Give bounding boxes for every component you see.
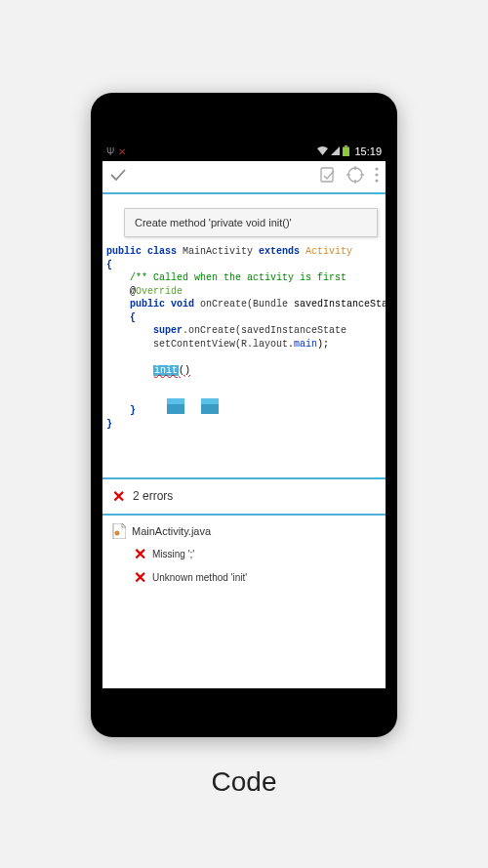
- phone-frame: Ψ ✕ 15:19: [91, 93, 397, 737]
- svg-point-15: [115, 530, 120, 535]
- code-token: [106, 365, 153, 376]
- code-token: setContentView(R.: [106, 339, 253, 350]
- svg-point-9: [375, 173, 378, 176]
- selection-handles: [143, 375, 382, 404]
- svg-point-8: [375, 167, 378, 170]
- selection-handle-right[interactable]: [178, 375, 195, 400]
- edit-check-icon[interactable]: [319, 166, 337, 187]
- code-token: }: [106, 419, 112, 430]
- status-bar: Ψ ✕ 15:19: [102, 142, 386, 161]
- wifi-icon: [317, 146, 328, 157]
- svg-point-3: [348, 168, 362, 182]
- error-file-name: MainActivity.java: [132, 525, 211, 537]
- code-token: onCreate(: [194, 299, 253, 310]
- code-token: public: [106, 246, 142, 257]
- svg-point-10: [375, 179, 378, 182]
- code-token: }: [106, 405, 136, 416]
- toolbar-left: [108, 165, 128, 189]
- target-icon[interactable]: [346, 166, 364, 187]
- code-token: @: [106, 286, 136, 297]
- error-item[interactable]: ✕ Missing ';': [134, 545, 376, 563]
- toolbar: [102, 161, 386, 194]
- code-token: layout: [253, 339, 288, 350]
- svg-rect-1: [343, 146, 349, 156]
- code-token: main: [294, 339, 317, 350]
- code-token: extends: [253, 246, 300, 257]
- code-token: void: [165, 299, 194, 310]
- code-token: MainActivity: [177, 246, 253, 257]
- errors-header[interactable]: ✕ 2 errors: [102, 479, 386, 516]
- signal-icon: [331, 146, 340, 157]
- code-token: {: [106, 260, 112, 270]
- overflow-menu-icon[interactable]: [374, 166, 380, 187]
- selection-handle-left[interactable]: [143, 375, 161, 400]
- code-token: Activity: [300, 246, 352, 257]
- svg-rect-14: [201, 398, 219, 404]
- close-status-icon: ✕: [118, 146, 126, 157]
- error-message: Unknown method 'init': [152, 572, 247, 583]
- code-token: (): [179, 365, 190, 376]
- error-x-icon: ✕: [112, 487, 125, 506]
- error-file-row[interactable]: MainActivity.java: [112, 523, 376, 539]
- battery-icon: [343, 145, 349, 158]
- code-token: super: [106, 325, 183, 336]
- code-token: savedInstanceState: [288, 299, 386, 310]
- code-token: /** Called when the activity is first: [106, 272, 346, 283]
- selected-text[interactable]: init: [153, 365, 179, 376]
- errors-panel: MainActivity.java ✕ Missing ';' ✕ Unknow…: [102, 516, 386, 599]
- clock: 15:19: [354, 145, 382, 157]
- svg-rect-0: [345, 145, 347, 147]
- quickfix-suggestion[interactable]: Create method 'private void init()': [124, 208, 378, 237]
- error-message: Missing ';': [152, 549, 194, 559]
- usb-icon: Ψ: [106, 146, 114, 157]
- error-x-icon: ✕: [134, 545, 146, 563]
- code-token: public: [106, 299, 165, 310]
- error-item[interactable]: ✕ Unknown method 'init': [134, 568, 376, 587]
- status-right: 15:19: [317, 145, 382, 158]
- toolbar-right: [319, 166, 380, 187]
- java-file-icon: [112, 523, 126, 539]
- done-icon[interactable]: [108, 165, 128, 189]
- code-token: Override: [136, 286, 183, 297]
- screen: Ψ ✕ 15:19: [102, 142, 386, 688]
- caption: Code: [212, 766, 277, 798]
- errors-count-label: 2 errors: [133, 489, 173, 503]
- code-token: );: [317, 339, 329, 350]
- code-token: .onCreate(savedInstanceState: [183, 325, 346, 336]
- code-token: class: [142, 246, 177, 257]
- status-left: Ψ ✕: [106, 146, 126, 157]
- code-token: Bundle: [253, 299, 288, 310]
- error-x-icon: ✕: [134, 568, 146, 587]
- code-editor[interactable]: public class MainActivity extends Activi…: [102, 243, 386, 448]
- code-token: {: [106, 312, 136, 323]
- suggestion-text: Create method 'private void init()': [135, 217, 292, 228]
